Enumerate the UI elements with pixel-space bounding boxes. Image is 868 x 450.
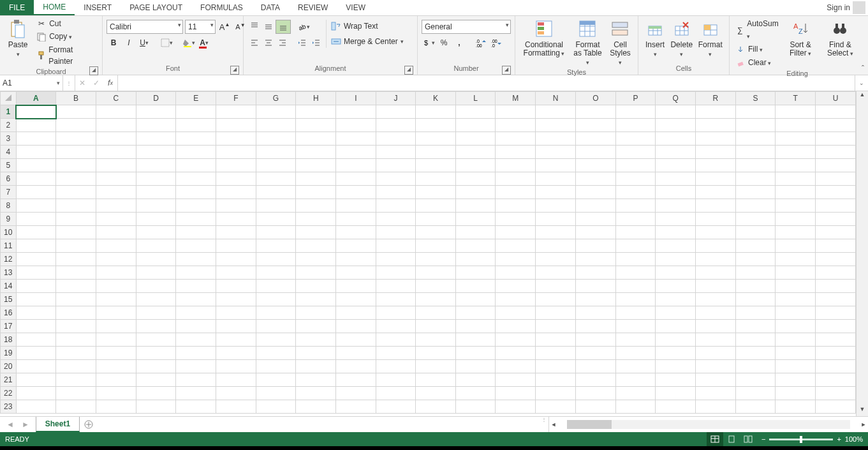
cell[interactable] — [536, 387, 576, 400]
cell[interactable] — [575, 105, 615, 119]
view-page-break-button[interactable] — [740, 432, 756, 446]
format-painter-button[interactable]: Format Painter — [34, 43, 98, 68]
cell[interactable] — [656, 199, 696, 213]
row-header[interactable]: 9 — [1, 213, 17, 226]
row-header[interactable]: 10 — [1, 226, 17, 239]
cell[interactable] — [496, 226, 536, 239]
cell[interactable] — [536, 146, 576, 159]
cell[interactable] — [536, 306, 576, 320]
cell[interactable] — [696, 105, 736, 119]
column-header[interactable]: J — [376, 92, 416, 105]
cell[interactable] — [615, 347, 656, 360]
cell[interactable] — [416, 186, 456, 199]
cell[interactable] — [296, 333, 336, 347]
cell[interactable] — [816, 387, 856, 400]
cell[interactable] — [696, 186, 736, 199]
view-page-layout-button[interactable] — [723, 432, 740, 446]
cell[interactable] — [416, 172, 456, 186]
cell[interactable] — [96, 306, 136, 320]
cell[interactable] — [575, 360, 615, 373]
cell[interactable] — [816, 347, 856, 360]
cell[interactable] — [136, 347, 176, 360]
cell[interactable] — [296, 239, 336, 253]
cell[interactable] — [416, 213, 456, 226]
cell[interactable] — [136, 280, 176, 293]
cell[interactable] — [256, 172, 296, 186]
cell[interactable] — [216, 172, 256, 186]
cell[interactable] — [336, 239, 376, 253]
row-header[interactable]: 20 — [1, 360, 17, 373]
column-header[interactable]: M — [496, 92, 536, 105]
tab-insert[interactable]: INSERT — [75, 0, 121, 15]
cell[interactable] — [376, 360, 416, 373]
cell[interactable] — [575, 213, 615, 226]
cell[interactable] — [336, 320, 376, 333]
cell[interactable] — [96, 347, 136, 360]
font-color-button[interactable]: A — [197, 36, 211, 49]
format-as-table-button[interactable]: Format as Table — [569, 17, 607, 68]
tab-home[interactable]: HOME — [34, 0, 75, 15]
cell[interactable] — [96, 253, 136, 266]
cell[interactable] — [416, 387, 456, 400]
cell[interactable] — [216, 239, 256, 253]
fill-color-button[interactable] — [182, 36, 196, 49]
cell[interactable] — [416, 132, 456, 146]
cell[interactable] — [656, 119, 696, 132]
cell[interactable] — [136, 373, 176, 387]
cell[interactable] — [96, 266, 136, 280]
delete-cells-button[interactable]: Delete — [668, 17, 696, 60]
cell[interactable] — [416, 239, 456, 253]
cell[interactable] — [776, 333, 816, 347]
cell[interactable] — [256, 320, 296, 333]
cell[interactable] — [536, 333, 576, 347]
cell[interactable] — [735, 226, 776, 239]
cell[interactable] — [536, 360, 576, 373]
cell[interactable] — [56, 172, 96, 186]
cell[interactable] — [216, 159, 256, 172]
cell[interactable] — [735, 186, 776, 199]
sheet-nav-next[interactable]: ► — [22, 420, 29, 429]
cell[interactable] — [56, 373, 96, 387]
row-header[interactable]: 17 — [1, 320, 17, 333]
cell[interactable] — [336, 280, 376, 293]
cell[interactable] — [256, 213, 296, 226]
cell[interactable] — [656, 132, 696, 146]
cell[interactable] — [336, 333, 376, 347]
cell[interactable] — [455, 159, 496, 172]
cell[interactable] — [455, 226, 496, 239]
cell[interactable] — [735, 387, 776, 400]
cell[interactable] — [216, 360, 256, 373]
cell[interactable] — [96, 159, 136, 172]
cell[interactable] — [455, 172, 496, 186]
cell[interactable] — [615, 226, 656, 239]
cell[interactable] — [696, 387, 736, 400]
cell[interactable] — [216, 306, 256, 320]
cell[interactable] — [296, 373, 336, 387]
cell[interactable] — [16, 373, 56, 387]
cell[interactable] — [56, 360, 96, 373]
cell[interactable] — [735, 347, 776, 360]
font-size-combo[interactable]: 11 — [185, 20, 216, 34]
row-header[interactable]: 22 — [1, 387, 17, 400]
zoom-level[interactable]: 100% — [845, 435, 863, 443]
cell-styles-button[interactable]: Cell Styles — [607, 17, 634, 68]
formula-input[interactable] — [118, 75, 855, 91]
vertical-scrollbar[interactable]: ▲ ▼ — [856, 91, 868, 416]
column-header[interactable]: I — [336, 92, 376, 105]
cell[interactable] — [575, 186, 615, 199]
cell[interactable] — [575, 226, 615, 239]
cell[interactable] — [696, 280, 736, 293]
cell[interactable] — [575, 387, 615, 400]
cell[interactable] — [96, 239, 136, 253]
cell[interactable] — [56, 253, 96, 266]
column-header[interactable]: K — [416, 92, 456, 105]
cell[interactable] — [696, 213, 736, 226]
cell[interactable] — [455, 360, 496, 373]
cell[interactable] — [615, 239, 656, 253]
cell[interactable] — [56, 199, 96, 213]
cell[interactable] — [656, 293, 696, 306]
cell[interactable] — [656, 333, 696, 347]
cell[interactable] — [615, 186, 656, 199]
decrease-indent-button[interactable] — [295, 36, 309, 49]
tab-page-layout[interactable]: PAGE LAYOUT — [121, 0, 191, 15]
